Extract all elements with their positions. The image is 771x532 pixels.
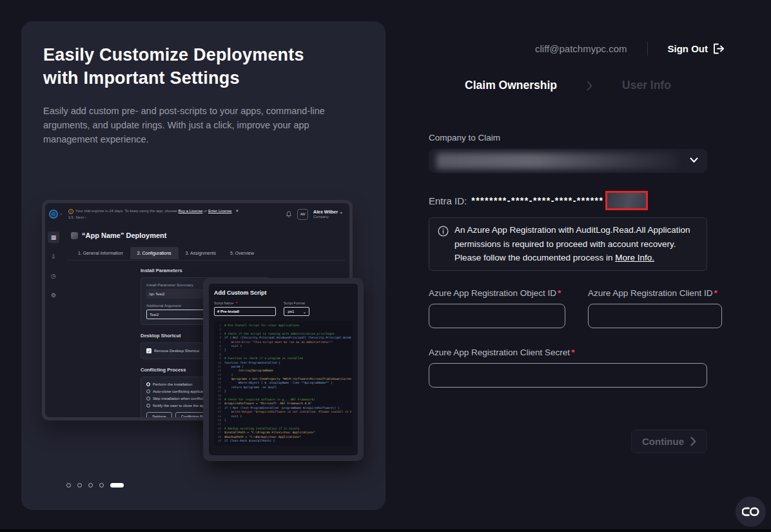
carousel-dot[interactable]: [77, 483, 82, 488]
step-user-info: User Info: [622, 79, 671, 92]
mockup-topbar: › !Your trial expires in 24 days. To kee…: [45, 203, 349, 225]
info-banner: An Azure App Registration with AuditLog.…: [429, 217, 707, 271]
radio-icon: [146, 397, 150, 400]
script-code-block: 1 # Pre-Install Script for <Your Applica…: [214, 321, 353, 446]
warning-icon: !: [68, 209, 73, 214]
bell-icon: [286, 211, 292, 218]
mockup-tab: 1. General Information: [71, 247, 130, 259]
enter-license-link: Enter License: [208, 209, 232, 213]
code-line: 29 if (Test-Path $installPath) {: [215, 439, 351, 443]
carousel-dot[interactable]: [110, 483, 124, 488]
script-name-field: # Pre-Install: [214, 307, 276, 316]
downloads-icon: ⇩: [48, 251, 59, 262]
history-icon: ◷: [48, 270, 59, 282]
entra-id-redacted-highlight: [605, 191, 648, 210]
settings-icon: ⚙: [48, 290, 59, 301]
client-id-label: Azure App Registration Client ID*: [588, 288, 717, 298]
promo-description: Easily add custom pre- and post-scripts …: [43, 104, 338, 146]
client-id-input[interactable]: [588, 304, 722, 328]
account-bar: cliff@patchmypc.com Sign Out: [429, 39, 725, 57]
bottom-edge: [0, 529, 771, 532]
install-params-title: Install Parameters: [141, 268, 269, 273]
redacted-company-name: [436, 153, 678, 169]
checkbox-checked-icon: ✓: [146, 348, 151, 353]
company-select[interactable]: [429, 149, 707, 173]
info-icon: [438, 226, 449, 237]
entra-id-masked-value: ********-****-****-****-******: [471, 195, 603, 206]
mockup-topbar-right: AW Alex Wilber ⌄ Company: [286, 209, 343, 220]
wizard-steps: Claim Ownership User Info: [429, 79, 707, 92]
patchmypc-logo-icon: [49, 210, 58, 219]
chevron-right-icon: [690, 437, 696, 446]
radio-icon: [146, 389, 150, 393]
mockup-trial-banner: !Your trial expires in 24 days. To keep …: [68, 208, 239, 221]
mockup-user-company: Company: [313, 215, 343, 219]
chevron-down-icon: ⌄: [303, 310, 306, 314]
co-widget-button[interactable]: [736, 497, 766, 527]
mockup-tabs: 1. General Information 2. Configurations…: [71, 247, 261, 259]
mockup-script-panel: Add Custom Script Script Name * # Pre-In…: [203, 278, 364, 461]
close-icon: ✕: [235, 208, 239, 213]
tabs-divider: [67, 260, 346, 261]
mockup-tab: 3. Assignments: [179, 247, 223, 259]
sign-out-button[interactable]: Sign Out: [668, 43, 726, 54]
more-info-link[interactable]: More Info.: [615, 253, 654, 262]
chevron-right-icon: [587, 81, 592, 91]
carousel-dot[interactable]: [88, 483, 93, 488]
app-icon: [71, 232, 78, 239]
chevron-down-icon: ⌄: [339, 210, 343, 215]
entra-id-row: Entra ID: ********-****-****-****-******: [429, 190, 648, 211]
client-secret-label: Azure App Registration Client Secret*: [429, 348, 574, 357]
add-custom-script-title: Add Custom Script: [214, 290, 353, 296]
buy-license-link: Buy a License: [179, 209, 203, 213]
mockup-page-title: “App Name” Deployment: [82, 232, 166, 239]
co-logo-icon: [742, 507, 759, 517]
info-banner-text: An Azure App Registration with AuditLog.…: [454, 223, 698, 265]
user-email: cliff@patchmypc.com: [535, 43, 627, 54]
radio-icon: [146, 382, 150, 386]
script-format-select: .ps1 ⌄: [284, 307, 309, 316]
object-id-label: Azure App Registration Object ID*: [429, 288, 561, 298]
mockup-page-title-row: “App Name” Deployment: [71, 232, 166, 239]
carousel-dot[interactable]: [66, 483, 71, 488]
chevron-down-icon: [690, 157, 698, 163]
carousel-dots: [66, 483, 124, 488]
promo-card: Easily Customize Deployments with Import…: [21, 21, 386, 510]
divider: [647, 42, 648, 55]
continue-button[interactable]: Continue: [631, 429, 707, 453]
carousel-dot[interactable]: [99, 483, 104, 488]
company-to-claim-label: Company to Claim: [429, 133, 500, 143]
avatar: AW: [297, 209, 308, 220]
radio-icon: [146, 404, 150, 408]
step-claim-ownership: Claim Ownership: [465, 79, 557, 92]
mockup-tab: 5. Overview: [223, 247, 261, 259]
dashboard-icon: ▦: [48, 232, 59, 243]
sidebar-collapse-icon: ›: [60, 212, 62, 217]
sign-out-icon: [713, 43, 725, 54]
entra-id-label: Entra ID:: [429, 195, 467, 206]
mockup-button: Settings: [146, 412, 172, 417]
mockup-tab: 2. Configurations: [130, 247, 179, 259]
mockup-user-name: Alex Wilber ⌄: [313, 210, 343, 215]
mockup-sidebar: ▦ ⇩ ◷ ⚙: [45, 225, 62, 417]
client-secret-input[interactable]: [429, 363, 707, 388]
object-id-input[interactable]: [429, 304, 565, 328]
promo-title: Easily Customize Deployments with Import…: [43, 43, 359, 90]
